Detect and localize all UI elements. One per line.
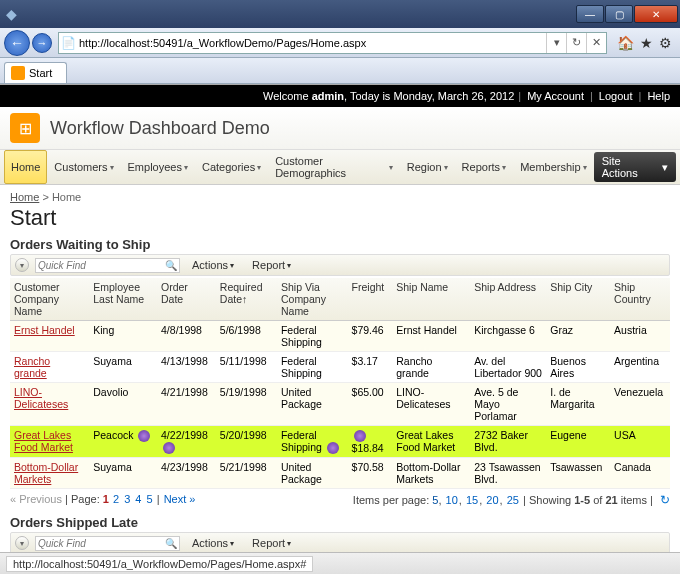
breadcrumb-root[interactable]: Home: [10, 191, 39, 203]
app-title: Workflow Dashboard Demo: [50, 118, 270, 139]
window-titlebar: ◆ — ▢ ✕: [0, 0, 680, 28]
section-title-late: Orders Shipped Late: [10, 515, 670, 530]
search-icon[interactable]: 🔍: [165, 260, 177, 271]
row-link[interactable]: Bottom-Dollar Markets: [14, 461, 78, 485]
grid2-options-icon[interactable]: ▾: [15, 536, 29, 550]
late-icon: [138, 430, 150, 442]
column-header[interactable]: Order Date: [157, 278, 216, 321]
page-link[interactable]: 2: [113, 493, 119, 505]
welcome-bar: Welcome admin, Today is Monday, March 26…: [0, 85, 680, 107]
column-header[interactable]: Freight: [348, 278, 393, 321]
late-icon: [327, 442, 339, 454]
menu-employees[interactable]: Employees▾: [121, 150, 195, 184]
page-link[interactable]: 3: [124, 493, 130, 505]
tab-favicon: [11, 66, 25, 80]
grid2-toolbar: ▾ 🔍 Actions▾ Report▾: [10, 532, 670, 552]
late-icon: [163, 442, 175, 454]
search-icon[interactable]: 🔍: [165, 538, 177, 549]
refresh-icon[interactable]: ↻: [660, 493, 670, 507]
column-header[interactable]: Ship City: [546, 278, 610, 321]
row-link[interactable]: Rancho grande: [14, 355, 50, 379]
favorites-icon[interactable]: ★: [640, 35, 653, 51]
menu-home[interactable]: Home: [4, 150, 47, 184]
grid2-actions-button[interactable]: Actions▾: [186, 535, 240, 551]
my-account-link[interactable]: My Account: [527, 90, 584, 102]
page-link[interactable]: 5: [147, 493, 153, 505]
window-minimize-button[interactable]: —: [576, 5, 604, 23]
table-row[interactable]: Ernst HandelKing4/8/19985/6/1998Federal …: [10, 321, 670, 352]
stop-button[interactable]: ✕: [586, 33, 606, 53]
nav-forward-button[interactable]: →: [32, 33, 52, 53]
address-bar[interactable]: 📄 ▾ ↻ ✕: [58, 32, 607, 54]
app-favicon: ◆: [6, 6, 22, 22]
column-header[interactable]: Required Date↑: [216, 278, 277, 321]
table-row[interactable]: Bottom-Dollar MarketsSuyama4/23/19985/21…: [10, 458, 670, 489]
grid1-actions-button[interactable]: Actions▾: [186, 257, 240, 273]
grid1-pager: « Previous | Page: 1 2 3 4 5 | Next » It…: [10, 489, 670, 511]
menu-categories[interactable]: Categories▾: [195, 150, 268, 184]
ipp-option[interactable]: 10: [446, 494, 458, 506]
nav-back-button[interactable]: ←: [4, 30, 30, 56]
app-header: ⊞ Workflow Dashboard Demo: [0, 107, 680, 150]
menu-customers[interactable]: Customers▾: [47, 150, 120, 184]
column-header[interactable]: Ship Address: [470, 278, 546, 321]
browser-status-bar: http://localhost:50491/a_WorkflowDemo/Pa…: [0, 552, 680, 574]
table-row[interactable]: Rancho grandeSuyama4/13/19985/11/1998Fed…: [10, 352, 670, 383]
column-header[interactable]: Employee Last Name: [89, 278, 157, 321]
app-logo-icon: ⊞: [10, 113, 40, 143]
menu-customer-demographics[interactable]: Customer Demographics▾: [268, 150, 400, 184]
main-menu: HomeCustomers▾Employees▾Categories▾Custo…: [0, 150, 680, 185]
column-header[interactable]: Ship Via Company Name: [277, 278, 348, 321]
reload-button[interactable]: ↻: [566, 33, 586, 53]
ipp-option[interactable]: 25: [507, 494, 519, 506]
grid1-prev: « Previous: [10, 493, 62, 505]
grid2-quick-find-input[interactable]: [38, 538, 165, 549]
site-actions-button[interactable]: Site Actions▾: [594, 152, 676, 182]
menu-membership[interactable]: Membership▾: [513, 150, 594, 184]
tab-title: Start: [29, 67, 52, 79]
ipp-option[interactable]: 15: [466, 494, 478, 506]
grid2-report-button[interactable]: Report▾: [246, 535, 297, 551]
chevron-down-icon: ▾: [662, 161, 668, 174]
menu-region[interactable]: Region▾: [400, 150, 455, 184]
browser-tab[interactable]: Start: [4, 62, 67, 83]
window-maximize-button[interactable]: ▢: [605, 5, 633, 23]
breadcrumb: Home > Home: [10, 191, 670, 203]
grid1-quick-find-input[interactable]: [38, 260, 165, 271]
status-text: http://localhost:50491/a_WorkflowDemo/Pa…: [6, 556, 313, 572]
browser-nav-bar: ← → 📄 ▾ ↻ ✕ 🏠 ★ ⚙: [0, 28, 680, 58]
help-link[interactable]: Help: [647, 90, 670, 102]
ipp-option: 5: [432, 494, 438, 506]
column-header[interactable]: Ship Name: [392, 278, 470, 321]
page-icon: 📄: [59, 36, 77, 50]
row-link[interactable]: Great Lakes Food Market: [14, 429, 73, 453]
page-link[interactable]: 4: [135, 493, 141, 505]
row-link[interactable]: LINO-Delicateses: [14, 386, 68, 410]
grid1-next[interactable]: Next »: [164, 493, 196, 505]
grid1-options-icon[interactable]: ▾: [15, 258, 29, 272]
grid1-report-button[interactable]: Report▾: [246, 257, 297, 273]
section-title-waiting: Orders Waiting to Ship: [10, 237, 670, 252]
browser-tabstrip: Start: [0, 58, 680, 84]
grid1-toolbar: ▾ 🔍 Actions▾ Report▾: [10, 254, 670, 276]
row-link[interactable]: Ernst Handel: [14, 324, 75, 336]
url-dropdown-icon[interactable]: ▾: [546, 33, 566, 53]
column-header[interactable]: Ship Country: [610, 278, 670, 321]
grid2-quick-find[interactable]: 🔍: [35, 536, 180, 551]
grid1-quick-find[interactable]: 🔍: [35, 258, 180, 273]
browser-window: ◆ — ▢ ✕ ← → 📄 ▾ ↻ ✕ 🏠 ★ ⚙ Start Welcome: [0, 0, 680, 574]
table-row[interactable]: Great Lakes Food MarketPeacock 4/22/1998…: [10, 426, 670, 458]
window-close-button[interactable]: ✕: [634, 5, 678, 23]
column-header[interactable]: Customer Company Name: [10, 278, 89, 321]
page-link: 1: [103, 493, 109, 505]
tools-icon[interactable]: ⚙: [659, 35, 672, 51]
page-content: Welcome admin, Today is Monday, March 26…: [0, 84, 680, 552]
table-row[interactable]: LINO-DelicatesesDavolio4/21/19985/19/199…: [10, 383, 670, 426]
late-icon: [354, 430, 366, 442]
ipp-option[interactable]: 20: [486, 494, 498, 506]
url-input[interactable]: [77, 35, 546, 51]
home-icon[interactable]: 🏠: [617, 35, 634, 51]
menu-reports[interactable]: Reports▾: [455, 150, 514, 184]
grid1-table: Customer Company NameEmployee Last NameO…: [10, 278, 670, 489]
logout-link[interactable]: Logout: [599, 90, 633, 102]
